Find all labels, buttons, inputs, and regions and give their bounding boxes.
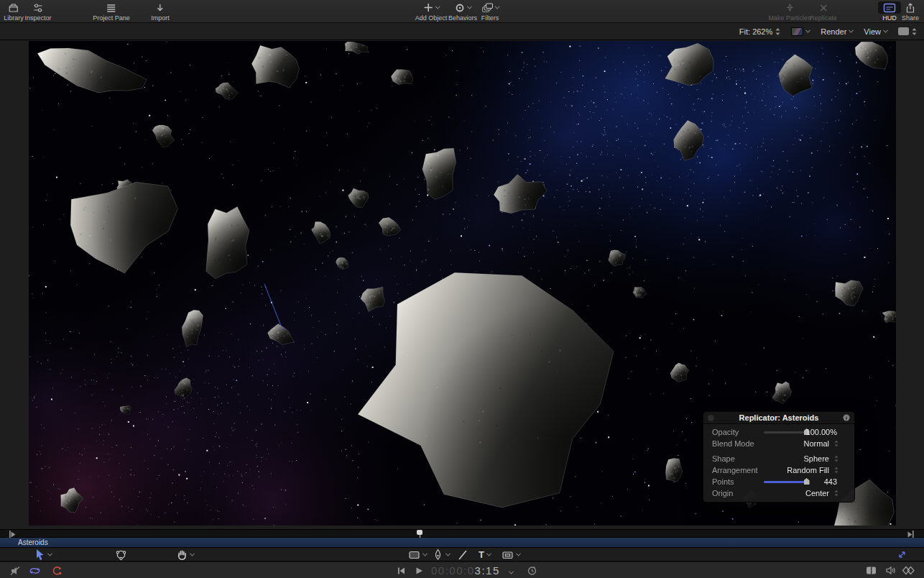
speaker-muted-icon xyxy=(9,565,22,577)
points-slider[interactable] xyxy=(764,481,810,483)
chevron-down-icon xyxy=(467,4,472,9)
points-label: Points xyxy=(712,477,734,486)
zoom-stepper-icon xyxy=(775,27,780,36)
text-tool-glyph: T xyxy=(479,549,484,560)
library-button[interactable]: Library xyxy=(4,1,24,22)
info-icon[interactable] xyxy=(843,414,850,421)
import-label: Import xyxy=(151,14,170,22)
origin-label: Origin xyxy=(712,489,733,497)
go-to-start-button[interactable] xyxy=(396,564,406,577)
play-button[interactable] xyxy=(414,564,424,577)
filters-label: Filters xyxy=(481,14,499,22)
mute-button[interactable] xyxy=(9,564,22,577)
timecode-mode-button[interactable] xyxy=(527,564,537,577)
timecode-menu[interactable] xyxy=(509,566,513,578)
mini-timeline-ruler[interactable] xyxy=(0,529,924,538)
show-timeline-button[interactable] xyxy=(865,564,877,577)
loop-playback-button[interactable] xyxy=(28,564,42,577)
hud-row-arrangement: Arrangement Random Fill xyxy=(703,464,854,476)
behaviors-icon xyxy=(454,2,466,14)
hud-active-highlight xyxy=(878,1,901,14)
origin-value[interactable]: Center xyxy=(805,489,829,497)
shape-label: Shape xyxy=(712,454,735,463)
replicate-button[interactable]: Replicate xyxy=(810,1,837,22)
main-toolbar: Library Inspector Project Pane Import Ad… xyxy=(0,0,924,23)
display-mode-control[interactable] xyxy=(898,27,917,36)
replicate-icon xyxy=(818,2,829,13)
shape-value[interactable]: Sphere xyxy=(804,454,829,463)
hud-button[interactable]: HUD xyxy=(878,1,901,22)
add-object-button[interactable]: Add Object xyxy=(415,1,448,22)
chevron-down-icon xyxy=(47,551,52,556)
hud-row-blend-mode: Blend Mode Normal xyxy=(703,438,854,449)
hud-row-points: Points 443 xyxy=(703,476,854,487)
track-label: Asteroids xyxy=(0,538,48,546)
blend-mode-stepper-icon[interactable] xyxy=(834,440,838,447)
loop-icon xyxy=(28,565,42,577)
hud-title-bar[interactable]: Replicator: Asteroids xyxy=(703,412,854,424)
view-options-bar: Fit: 262% Render View xyxy=(0,23,924,40)
chevron-down-icon xyxy=(509,569,514,574)
play-icon xyxy=(414,566,424,576)
replicate-label: Replicate xyxy=(810,14,837,22)
make-particles-button[interactable]: Make Particles xyxy=(768,1,810,22)
bezier-tool[interactable] xyxy=(433,549,450,561)
inspector-button[interactable]: Inspector xyxy=(24,1,51,22)
hud-rows: Opacity 100.00% Blend Mode Normal Shape … xyxy=(703,424,854,499)
blend-mode-value[interactable]: Normal xyxy=(804,439,829,448)
hud-label: HUD xyxy=(882,14,897,22)
display-mode-icon xyxy=(898,27,909,35)
library-label: Library xyxy=(4,14,24,22)
paint-stroke-tool[interactable] xyxy=(458,549,468,561)
origin-stepper-icon[interactable] xyxy=(834,490,838,497)
timeline-track-asteroids[interactable]: Asteroids xyxy=(0,538,924,548)
arrangement-stepper-icon[interactable] xyxy=(834,467,838,474)
pan-tool[interactable] xyxy=(176,549,194,561)
points-value: 443 xyxy=(824,477,837,486)
hud-panel[interactable]: Replicator: Asteroids Opacity 100.00% Bl… xyxy=(703,411,855,503)
speaker-icon xyxy=(884,565,897,576)
filters-button[interactable]: Filters xyxy=(481,1,499,22)
timeline-pane-icon xyxy=(865,565,877,576)
record-button[interactable] xyxy=(50,564,63,577)
behaviors-button[interactable]: Behaviors xyxy=(448,1,477,22)
show-keyframe-editor-button[interactable] xyxy=(902,564,915,577)
stroke-line-icon xyxy=(458,549,468,561)
hud-row-shape: Shape Sphere xyxy=(703,453,854,464)
channels-popup[interactable] xyxy=(791,27,810,36)
points-slider-fill xyxy=(764,481,807,483)
arrangement-value[interactable]: Random Fill xyxy=(787,466,829,474)
timecode-hours-minutes: 00:00:0 xyxy=(431,564,475,577)
opacity-slider[interactable] xyxy=(764,431,810,434)
timecode-display[interactable]: 00:00:03:15 xyxy=(431,564,500,577)
shape-stepper-icon[interactable] xyxy=(834,455,838,462)
mask-tool[interactable] xyxy=(502,549,520,561)
share-label: Share xyxy=(902,14,919,22)
opacity-value: 100.00% xyxy=(806,428,837,436)
share-button[interactable]: Share xyxy=(902,1,919,22)
show-audio-button[interactable] xyxy=(884,564,897,577)
hud-close-button[interactable] xyxy=(708,415,714,421)
add-object-label: Add Object xyxy=(415,14,448,22)
inspector-label: Inspector xyxy=(24,14,51,22)
rectangle-shape-icon xyxy=(408,549,420,561)
view-menu-label: View xyxy=(864,27,881,36)
view-menu[interactable]: View xyxy=(864,27,887,36)
select-transform-tool[interactable] xyxy=(34,549,52,561)
render-menu-label: Render xyxy=(821,27,846,36)
shape-tool[interactable] xyxy=(408,549,427,561)
motion-window: Library Inspector Project Pane Import Ad… xyxy=(0,0,924,578)
timeline-resize-handle[interactable] xyxy=(897,549,907,561)
render-menu[interactable]: Render xyxy=(821,27,853,36)
blend-mode-label: Blend Mode xyxy=(712,439,754,448)
chevron-down-icon xyxy=(486,551,491,556)
project-pane-button[interactable]: Project Pane xyxy=(93,1,130,22)
resize-diagonal-icon xyxy=(897,549,907,560)
import-button[interactable]: Import xyxy=(151,1,170,22)
points-slider-thumb[interactable] xyxy=(804,478,810,485)
adjust-3d-tool[interactable] xyxy=(115,549,127,561)
text-tool[interactable]: T xyxy=(479,549,491,561)
zoom-level-control[interactable]: Fit: 262% xyxy=(739,27,780,36)
transport-bar: 00:00:03:15 xyxy=(0,561,924,578)
library-icon xyxy=(7,2,19,14)
